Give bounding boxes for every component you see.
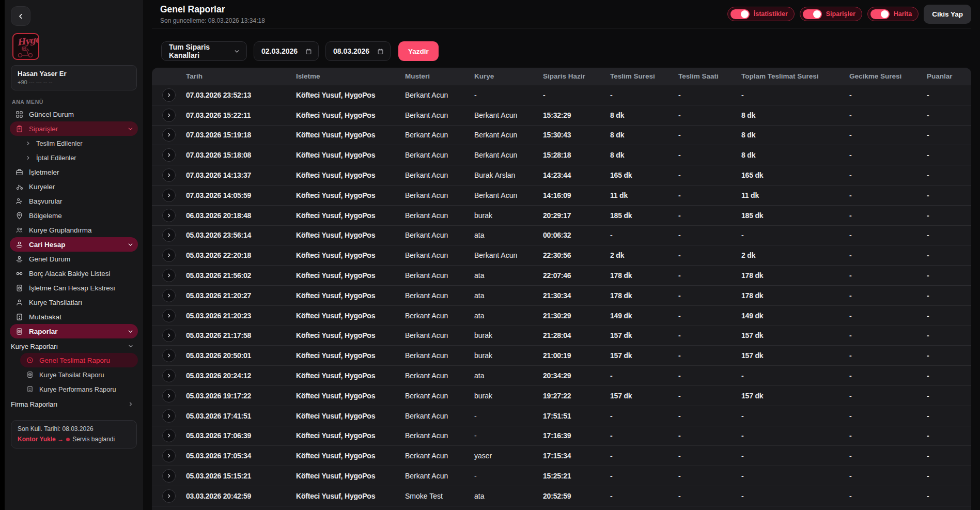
cell-kurye: ata — [471, 492, 539, 500]
toggle-siparisler[interactable]: Siparişler — [800, 7, 862, 21]
expand-row-button[interactable] — [162, 148, 176, 162]
license-expiry-text: Son Kull. Tarihi: 08.03.2026 — [18, 425, 130, 432]
collapse-sidebar-button[interactable] — [11, 6, 30, 26]
expand-row-button[interactable] — [162, 389, 176, 403]
print-button[interactable]: Yazdir — [398, 41, 439, 61]
chevron-down-icon — [234, 48, 240, 55]
sidebar-item-genel-teslimat-raporu[interactable]: Genel Teslimat Raporu — [20, 353, 138, 367]
cell-puanlar: - — [923, 392, 971, 400]
switch-on-icon — [870, 9, 890, 19]
sidebar-item-kurye-tahsilatlari[interactable]: Kurye Tahsilatları — [10, 295, 138, 310]
expand-row-button[interactable] — [162, 449, 176, 462]
cell-teslim-suresi: 157 dk — [606, 392, 675, 400]
cell-puanlar: - — [923, 151, 971, 159]
sidebar-item-iptal-edilenler[interactable]: İptal Edilenler — [20, 150, 138, 165]
chevron-right-icon — [166, 353, 172, 358]
date-to-input[interactable]: 08.03.2026 — [325, 41, 391, 61]
sidebar-item-raporlar[interactable]: Raporlar — [10, 324, 138, 338]
cell-musteri: Smoke Test — [401, 492, 471, 500]
cell-tarih: 05.03.2026 17:06:39 — [182, 431, 292, 440]
cell-tarih: 07.03.2026 14:13:37 — [182, 171, 292, 179]
sidebar-item-borc-alacak-bakiye-listesi[interactable]: Borç Alacak Bakiye Listesi — [10, 266, 138, 281]
sidebar-item-bolgeleme[interactable]: Bölgeleme — [10, 208, 138, 223]
expand-row-button[interactable] — [162, 189, 176, 202]
sidebar-scrollbar-track[interactable] — [0, 0, 5, 510]
cell-siparis-hazir: 00:06:32 — [539, 231, 606, 239]
cell-gecikme-suresi: - — [846, 331, 923, 339]
expand-row-button[interactable] — [162, 289, 176, 302]
cell-puanlar: - — [923, 312, 971, 320]
expand-row-button[interactable] — [162, 429, 176, 442]
sidebar-item-teslim-edilenler[interactable]: Teslim Edilenler — [20, 136, 138, 150]
sidebar-item-isletmeler[interactable]: İşletmeler — [10, 165, 138, 179]
cell-kurye: Berkant Acun — [471, 131, 539, 139]
cell-teslim-saati: - — [675, 211, 738, 220]
cell-toplam-teslimat-suresi: - — [738, 452, 846, 460]
cell-puanlar: - — [923, 492, 971, 500]
logout-button[interactable]: Cikis Yap — [924, 5, 971, 24]
sidebar-item-kurye-tahsilat-raporu[interactable]: Kurye Tahsilat Raporu — [20, 367, 138, 382]
cell-isletme: Köfteci Yusuf, HygoPos — [292, 452, 401, 460]
sidebar-item-kurye-performans-raporu[interactable]: Kurye Performans Raporu — [20, 382, 138, 396]
expand-row-button[interactable] — [162, 128, 176, 142]
load-credit-link[interactable]: Kontor Yukle → — [18, 436, 64, 443]
cell-gecikme-suresi: - — [846, 211, 923, 220]
cell-teslim-suresi: 178 dk — [606, 291, 675, 300]
user-phone: +90 --- --- -- -- — [18, 79, 130, 85]
toggle-istatistikler[interactable]: İstatistikler — [727, 7, 795, 21]
cell-puanlar: - — [923, 211, 971, 220]
cell-musteri: Berkant Acun — [401, 431, 471, 440]
sidebar-group-kurye-raporlari[interactable]: Kurye Raporları — [7, 339, 138, 353]
sidebar-item-kurye-gruplandirma[interactable]: Kurye Gruplandırma — [10, 223, 138, 237]
sidebar-group-label: Kurye Raporları — [11, 343, 58, 350]
cell-tarih: 05.03.2026 21:20:23 — [182, 312, 292, 320]
expand-row-button[interactable] — [162, 489, 176, 503]
toggle-harita[interactable]: Harita — [867, 7, 919, 21]
table-row: 05.03.2026 21:56:02 Köfteci Yusuf, HygoP… — [152, 265, 971, 285]
cell-isletme: Köfteci Yusuf, HygoPos — [292, 312, 401, 320]
expand-row-button[interactable] — [162, 228, 176, 242]
expand-row-button[interactable] — [162, 209, 176, 222]
table-row: 05.03.2026 15:15:21 Köfteci Yusuf, HygoP… — [152, 466, 971, 486]
table-row: 05.03.2026 21:17:58 Köfteci Yusuf, HygoP… — [152, 326, 971, 346]
cell-toplam-teslimat-suresi: - — [738, 472, 846, 480]
sidebar-item-siparisler[interactable]: Siparişler — [10, 121, 138, 136]
sidebar-item-genel-durum[interactable]: Genel Durum — [10, 252, 138, 266]
expand-row-button[interactable] — [162, 309, 176, 322]
expand-row-button[interactable] — [162, 409, 176, 423]
grid-icon — [15, 111, 24, 118]
cell-gecikme-suresi: - — [846, 251, 923, 259]
sidebar-item-isletme-cari-hesap-ekstresi[interactable]: İşletme Cari Hesap Ekstresi — [10, 281, 138, 295]
expand-row-button[interactable] — [162, 469, 176, 483]
cell-musteri: Berkant Acun — [401, 312, 471, 320]
expand-row-button[interactable] — [162, 329, 176, 342]
channel-select[interactable]: Tum Siparis Kanallari — [161, 41, 247, 61]
sidebar-item-cari-hesap[interactable]: Cari Hesap — [10, 237, 138, 252]
expand-row-button[interactable] — [162, 269, 176, 282]
expand-row-button[interactable] — [162, 369, 176, 382]
cell-teslim-suresi: 8 dk — [606, 131, 675, 139]
cell-musteri: Berkant Acun — [401, 191, 471, 199]
sidebar-item-mutabakat[interactable]: Mutabakat — [10, 310, 138, 324]
sidebar-group-firma-raporlari[interactable]: Firma Raporları — [7, 397, 138, 411]
expand-row-button[interactable] — [162, 88, 176, 102]
expand-row-button[interactable] — [162, 349, 176, 362]
cell-teslim-saati: - — [675, 291, 738, 300]
table-row: 05.03.2026 20:24:12 Köfteci Yusuf, HygoP… — [152, 365, 971, 385]
table-row: 03.03.2026 20:42:59 Köfteci Yusuf, HygoP… — [152, 486, 971, 506]
expand-row-button[interactable] — [162, 168, 176, 182]
expand-row-button[interactable] — [162, 249, 176, 262]
cell-toplam-teslimat-suresi: - — [738, 431, 846, 440]
sidebar-item-basvurular[interactable]: Başvurular — [10, 194, 138, 208]
cell-puanlar: - — [923, 372, 971, 380]
sidebar-item-label: Bölgeleme — [29, 212, 62, 220]
sidebar-item-kuryeler[interactable]: Kuryeler — [10, 179, 138, 194]
sidebar-group-label: Firma Raporları — [11, 400, 57, 408]
expand-row-button[interactable] — [162, 109, 176, 122]
user-card[interactable]: Hasan Yaser Er +90 --- --- -- -- — [11, 65, 137, 90]
cell-puanlar: - — [923, 431, 971, 440]
app-logo[interactable]: Hygo — [12, 33, 39, 60]
cell-toplam-teslimat-suresi: 178 dk — [738, 271, 846, 280]
sidebar-item-guncel-durum[interactable]: Güncel Durum — [10, 107, 138, 121]
date-from-input[interactable]: 02.03.2026 — [254, 41, 319, 61]
